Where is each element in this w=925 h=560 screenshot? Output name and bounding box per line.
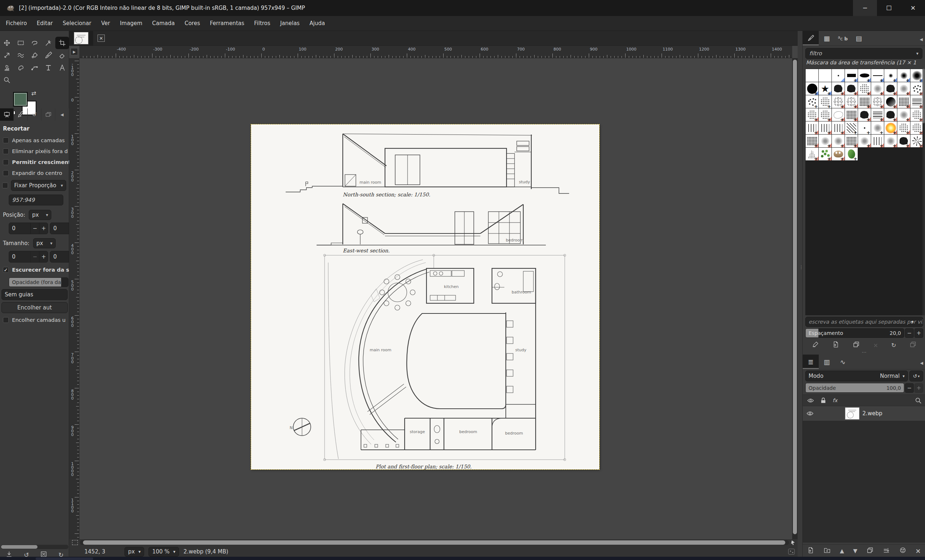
brush-swatch[interactable]: + — [897, 108, 910, 121]
brush-swatch[interactable]: + — [845, 82, 858, 95]
menu-imagem[interactable]: Imagem — [120, 20, 142, 27]
brush-swatch[interactable]: + — [910, 135, 923, 147]
paths-tab[interactable]: ∿ — [835, 354, 851, 369]
gradients-tab[interactable]: ▤ — [851, 31, 867, 45]
duplicate-layer-icon[interactable] — [866, 546, 874, 555]
vertical-scrollbar[interactable] — [792, 58, 798, 539]
brush-swatch[interactable]: + — [910, 69, 923, 82]
brushes-tab[interactable] — [803, 31, 819, 45]
brush-list-scrollbar[interactable] — [922, 69, 925, 315]
image-canvas[interactable]: main room study North-south section; sca… — [251, 125, 599, 470]
checkbox-layers-only[interactable]: Apenas as camadas — [0, 135, 69, 146]
device-status-tab[interactable] — [14, 108, 28, 121]
menu-ferramentas[interactable]: Ferramentas — [210, 20, 244, 27]
opacity-increment[interactable]: + — [914, 383, 923, 393]
increment-button[interactable]: + — [39, 251, 48, 262]
checkbox-checked-icon[interactable]: ✓ — [3, 267, 9, 273]
text-tool-icon[interactable] — [42, 62, 55, 74]
brush-swatch[interactable]: + — [832, 82, 845, 95]
brush-swatch[interactable]: + — [845, 95, 858, 108]
brush-swatch[interactable]: + — [884, 108, 897, 121]
brush-swatch[interactable]: + — [910, 82, 923, 95]
add-mask-icon[interactable] — [899, 546, 907, 555]
brush-swatch[interactable]: + — [871, 122, 884, 134]
brush-swatch[interactable]: + — [845, 148, 858, 161]
menu-ficheiro[interactable]: Ficheiro — [6, 20, 27, 27]
brush-swatch[interactable]: + — [884, 122, 897, 134]
channels-tab[interactable]: ▥ — [819, 354, 835, 369]
free-select-tool-icon[interactable] — [28, 37, 42, 49]
images-tab[interactable] — [42, 108, 55, 121]
brush-swatch[interactable]: + — [897, 82, 910, 95]
close-button[interactable]: ✕ — [901, 0, 925, 16]
new-brush-icon[interactable] — [832, 341, 839, 350]
position-x-stepper[interactable]: 0 − + — [9, 222, 48, 234]
new-group-icon[interactable] — [824, 546, 831, 555]
dock-splitter[interactable]: ⋮ — [798, 31, 802, 560]
brush-swatch[interactable]: + — [806, 82, 818, 95]
menu-janelas[interactable]: Janelas — [280, 20, 300, 27]
brush-swatch[interactable]: + — [819, 95, 832, 108]
checkbox-shrink-merged[interactable]: Encolher camadas u — [0, 315, 69, 326]
brush-swatch[interactable]: + — [806, 148, 818, 161]
position-y-field[interactable]: 0 — [50, 222, 69, 234]
brush-swatch[interactable]: + — [871, 108, 884, 121]
brush-swatch[interactable]: + — [806, 108, 818, 121]
layer-visible-icon[interactable] — [806, 411, 814, 416]
menu-cores[interactable]: Cores — [184, 20, 200, 27]
brush-swatch[interactable]: + — [806, 95, 818, 108]
checkbox-darken-outside[interactable]: ✓ Escurecer fora da s — [0, 264, 69, 275]
clone-tool-icon[interactable] — [0, 62, 14, 74]
brush-swatch[interactable]: + — [832, 135, 845, 147]
layers-tab[interactable]: ≣ — [803, 354, 819, 369]
brush-swatch[interactable]: + — [910, 95, 923, 108]
brush-swatch[interactable]: + — [832, 108, 845, 121]
brush-swatch[interactable]: + — [845, 135, 858, 147]
brush-swatch[interactable]: + — [858, 122, 871, 134]
crop-tool-icon[interactable] — [55, 37, 69, 49]
brush-swatch[interactable]: + — [858, 82, 871, 95]
spacing-slider[interactable]: Espaçamento 20,0 — [805, 328, 904, 338]
menu-ver[interactable]: Ver — [101, 20, 110, 27]
brush-swatch[interactable]: + — [858, 69, 871, 82]
increment-button[interactable]: + — [39, 223, 48, 234]
patterns-tab[interactable]: ▦ — [819, 31, 835, 45]
brush-swatch[interactable]: + — [806, 135, 818, 147]
brush-swatch[interactable] — [819, 69, 832, 82]
foreground-color-swatch[interactable] — [13, 92, 28, 107]
fonts-tab[interactable]: ac b — [835, 31, 851, 45]
fix-proportion-dropdown[interactable]: Fixar Proporção ▾ — [11, 180, 66, 191]
brush-swatch[interactable]: + — [819, 108, 832, 121]
image-tab[interactable] — [69, 31, 93, 46]
autoshrink-button[interactable]: Encolher aut — [2, 302, 68, 313]
warp-transform-tool-icon[interactable] — [14, 49, 28, 62]
fuzzy-select-tool-icon[interactable] — [42, 37, 55, 49]
size-y-field[interactable]: 0 — [50, 251, 69, 263]
layer-mode-dropdown[interactable]: Modo Normal ▾ — [805, 371, 908, 381]
brush-swatch[interactable]: + — [858, 95, 871, 108]
brush-filter-combo[interactable]: filtro ▾ — [805, 48, 922, 59]
rectangle-select-tool-icon[interactable] — [14, 37, 28, 49]
collapse-icon[interactable]: ◀ — [920, 361, 923, 365]
search-icon[interactable] — [915, 397, 922, 404]
quick-mask-toggle[interactable] — [72, 540, 78, 545]
layer-opacity-slider[interactable]: Opacidade 100,0 — [805, 383, 904, 393]
mode-reset-button[interactable]: ↺▾ — [909, 371, 923, 381]
windows-taskbar[interactable] — [0, 557, 925, 560]
horizontal-ruler[interactable]: -400-300-200-100010020030040050060070080… — [79, 46, 792, 58]
zoom-dropdown[interactable]: 100 % ▾ — [148, 547, 179, 557]
raise-layer-icon[interactable]: ▲ — [840, 548, 844, 554]
brush-swatch[interactable]: + — [819, 148, 832, 161]
checkbox-allow-growing[interactable]: Permitir cresciment — [0, 157, 69, 168]
brush-swatch[interactable]: + — [910, 122, 923, 134]
duplicate-brush-icon[interactable] — [853, 341, 860, 350]
paintbrush-tool-icon[interactable] — [42, 49, 55, 62]
delete-layer-icon[interactable]: × — [915, 547, 920, 554]
brush-swatch[interactable]: + — [884, 69, 897, 82]
smudge-tool-icon[interactable] — [14, 62, 28, 74]
navigation-icon[interactable] — [790, 540, 796, 545]
transform-tool-icon[interactable] — [0, 49, 14, 62]
checkbox-icon[interactable] — [3, 149, 9, 154]
brush-swatch[interactable]: + — [858, 108, 871, 121]
vertical-ruler[interactable]: -100010020030040050060070080090010001100 — [69, 58, 79, 539]
